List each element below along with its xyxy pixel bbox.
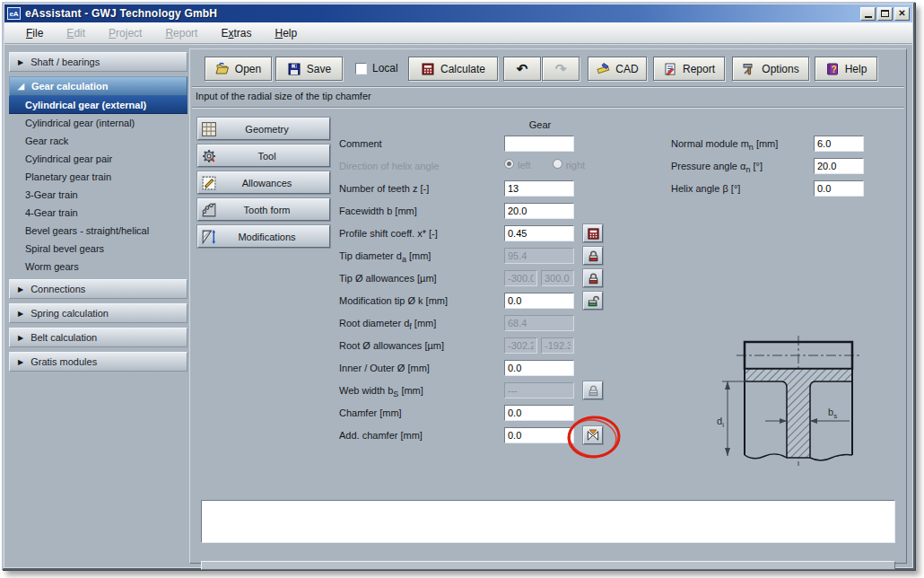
form-row-helix-direction: Direction of helix angle left right	[339, 158, 635, 178]
svg-text:bs: bs	[828, 407, 837, 420]
gear-column-header: Gear	[504, 119, 576, 130]
calculator-icon	[421, 62, 435, 76]
modifications-button[interactable]: Modifications	[197, 225, 330, 248]
menu-edit: Edit	[57, 24, 94, 42]
facewidth-input[interactable]	[504, 203, 574, 219]
pressure-angle-input[interactable]	[814, 158, 864, 174]
redo-button: ↷	[542, 57, 580, 81]
sidebar-section-gratis-modules[interactable]: ▶ Gratis modules	[9, 352, 187, 372]
main-panel: Open Save Local Calculate	[189, 48, 907, 564]
normal-module-input[interactable]	[814, 136, 864, 152]
sidebar-section-belt-calculation[interactable]: ▶ Belt calculation	[9, 328, 187, 347]
chamfer-input[interactable]	[504, 405, 574, 421]
help-book-icon: ?	[825, 62, 840, 76]
helix-angle-input[interactable]	[814, 180, 864, 197]
sidebar-item-3-gear-train[interactable]: 3-Gear train	[9, 186, 187, 204]
geometry-button[interactable]: Geometry	[197, 118, 330, 140]
root-allowance-upper-input	[541, 337, 574, 354]
status-hint-text: Input of the radial size of the tip cham…	[196, 91, 371, 101]
tip-diameter-lock-button[interactable]	[583, 247, 603, 265]
status-separator	[192, 107, 904, 109]
options-tools-icon	[742, 62, 756, 76]
save-button[interactable]: Save	[275, 57, 343, 81]
local-checkbox-label: Local	[372, 62, 398, 74]
form-row-number-of-teeth: Number of teeth z [-]	[339, 180, 635, 200]
radio-left	[504, 159, 514, 169]
add-chamfer-input[interactable]	[504, 427, 574, 443]
inner-outer-diameter-input[interactable]	[504, 360, 574, 376]
form-row-root-allowances: Root Ø allowances [µm]	[339, 337, 635, 357]
gear-calculation-items: Cylindrical gear (external) Cylindrical …	[9, 96, 187, 276]
sidebar-item-gear-rack[interactable]: Gear rack	[9, 132, 187, 150]
sidebar-item-cylindrical-gear-pair[interactable]: Cylindrical gear pair	[9, 150, 187, 168]
sidebar-item-cylindrical-gear-external[interactable]: Cylindrical gear (external)	[9, 96, 187, 114]
form-row-comment: Comment	[339, 136, 635, 155]
radio-left-label: left	[518, 160, 531, 171]
web-width-lock-button[interactable]	[583, 381, 603, 399]
chevron-right-icon: ▶	[18, 334, 23, 342]
number-of-teeth-input[interactable]	[504, 180, 574, 197]
form-row-normal-module: Normal module mn [mm]	[671, 136, 886, 155]
menu-extras[interactable]: Extras	[212, 24, 260, 42]
sidebar-section-gear-calculation[interactable]: ◢ Gear calculation	[9, 76, 187, 96]
calculate-button[interactable]: Calculate	[408, 57, 498, 81]
allowances-button[interactable]: Allowances	[197, 171, 330, 194]
sidebar-item-planetary-gear-train[interactable]: Planetary gear train	[9, 168, 187, 186]
modification-tip-input[interactable]	[504, 293, 574, 309]
tip-allowances-lock-button[interactable]	[583, 269, 603, 287]
tooth-form-button[interactable]: Tooth form	[197, 198, 330, 221]
sidebar-section-spring-calculation[interactable]: ▶ Spring calculation	[9, 303, 187, 323]
sidebar-item-cylindrical-gear-internal[interactable]: Cylindrical gear (internal)	[9, 114, 187, 132]
profile-shift-input[interactable]	[504, 225, 574, 241]
menu-report: Report	[156, 24, 206, 42]
lock-disabled-icon	[587, 384, 600, 398]
minimize-icon	[865, 16, 872, 18]
add-chamfer-button[interactable]	[583, 426, 603, 444]
sidebar-item-4-gear-train[interactable]: 4-Gear train	[9, 204, 187, 222]
tip-allowance-upper-input	[541, 270, 574, 286]
tooth-form-icon	[201, 202, 217, 218]
app-icon: eA	[7, 7, 21, 20]
comment-input[interactable]	[504, 136, 574, 152]
open-button[interactable]: Open	[205, 57, 272, 81]
maximize-icon	[881, 10, 889, 17]
tool-button[interactable]: Tool	[197, 144, 330, 167]
chamfer-icon	[586, 428, 600, 442]
radio-right-label: right	[566, 160, 585, 171]
sidebar-item-worm-gears[interactable]: Worm gears	[9, 258, 187, 276]
help-button[interactable]: ? Help	[815, 57, 877, 81]
lock-closed-icon	[587, 250, 600, 263]
report-document-icon	[663, 62, 677, 76]
lock-open-icon	[587, 294, 600, 308]
close-icon: ✕	[898, 9, 905, 18]
modifications-icon	[201, 229, 217, 245]
profile-shift-calculator-button[interactable]	[583, 224, 603, 242]
form-row-tip-diameter: Tip diameter da [mm]	[339, 248, 635, 267]
sidebar-item-bevel-gears[interactable]: Bevel gears - straight/helical	[9, 222, 187, 240]
form-row-web-width: Web width bS [mm]	[339, 382, 635, 402]
chevron-right-icon: ▶	[18, 310, 23, 318]
results-panel-edge	[201, 561, 895, 570]
sidebar-section-connections[interactable]: ▶ Connections	[9, 279, 187, 299]
minimize-button[interactable]	[860, 7, 876, 21]
sidebar-section-shaft-bearings[interactable]: ▶ Shaft / bearings	[9, 52, 187, 72]
menu-file[interactable]: File	[17, 24, 52, 42]
root-diameter-input	[504, 315, 574, 331]
menu-project: Project	[100, 24, 151, 42]
chevron-expanded-icon: ◢	[18, 82, 24, 91]
cad-ruler-pencil-icon	[596, 62, 610, 76]
maximize-button[interactable]	[877, 7, 893, 21]
toolbar: Open Save Local Calculate	[197, 57, 899, 82]
modification-tip-lock-button[interactable]	[583, 292, 603, 310]
undo-button[interactable]: ↶	[503, 57, 541, 81]
close-button[interactable]: ✕	[894, 7, 910, 21]
navigation-sidebar: ▶ Shaft / bearings ◢ Gear calculation Cy…	[9, 52, 187, 562]
options-button[interactable]: Options	[732, 57, 809, 81]
local-checkbox[interactable]	[355, 63, 367, 74]
cad-button[interactable]: CAD	[588, 57, 647, 81]
window-body: ▶ Shaft / bearings ◢ Gear calculation Cy…	[4, 45, 912, 567]
menu-help[interactable]: Help	[266, 24, 306, 42]
report-button[interactable]: Report	[653, 57, 725, 81]
form-row-tip-allowances: Tip Ø allowances [µm]	[339, 270, 635, 290]
sidebar-item-spiral-bevel-gears[interactable]: Spiral bevel gears	[9, 240, 187, 258]
